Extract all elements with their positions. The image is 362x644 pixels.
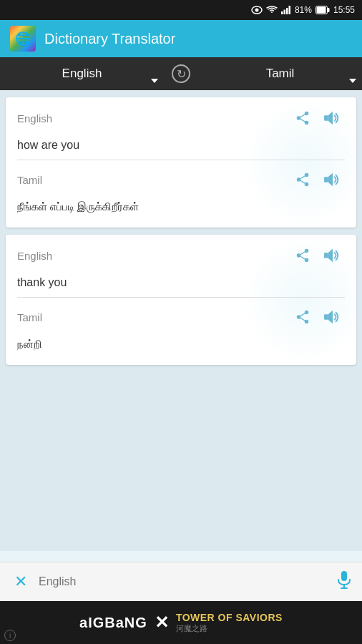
svg-rect-37: [341, 571, 347, 581]
svg-line-34: [299, 317, 307, 321]
speak-source-button-2[interactable]: [321, 243, 345, 268]
share-icon-target-2: [295, 309, 310, 325]
language-bar: English Tamil: [0, 57, 362, 90]
swap-icon: [172, 64, 190, 83]
svg-rect-5: [288, 6, 290, 14]
card-header-target-2: Tamil: [17, 305, 345, 329]
share-target-button-2[interactable]: [290, 305, 315, 329]
share-icon-1: [295, 110, 310, 126]
card-section-target-2: Tamil: [17, 305, 345, 356]
status-bar: 81% 15:55: [0, 0, 362, 20]
svg-rect-14: [324, 115, 328, 120]
speaker-icon-1: [323, 110, 342, 126]
battery-level: 81%: [295, 5, 312, 15]
card-actions-source-2: [290, 243, 345, 268]
speak-target-button-1[interactable]: [321, 167, 345, 192]
microphone-icon: [336, 570, 352, 589]
card-header-source-2: English: [17, 243, 345, 268]
target-language-label: Tamil: [266, 67, 295, 81]
card-target-text-1: நீங்கள் எப்படி இருக்கிறீர்கள்: [17, 196, 345, 219]
card-section-source-2: English: [17, 243, 345, 298]
card-actions-target-2: [290, 305, 345, 329]
svg-rect-4: [286, 8, 288, 14]
share-icon-target-1: [295, 172, 310, 187]
ad-info-icon[interactable]: i: [4, 630, 16, 641]
status-icons: 81% 15:55: [251, 5, 355, 15]
app-title: Dictionary Translator: [44, 31, 175, 47]
swap-languages-button[interactable]: [164, 57, 198, 90]
wifi-icon: [266, 6, 278, 14]
speak-target-button-2[interactable]: [321, 305, 345, 329]
share-target-button-1[interactable]: [290, 167, 315, 192]
card-header-source-1: English: [17, 106, 345, 130]
ad-separator: ✕: [155, 613, 169, 633]
svg-rect-7: [328, 8, 330, 12]
svg-line-19: [299, 175, 307, 180]
card-actions-target-1: [290, 167, 345, 192]
card-section-source-1: English: [17, 106, 345, 160]
microphone-button[interactable]: [336, 570, 352, 593]
svg-point-9: [305, 112, 309, 116]
svg-line-20: [299, 180, 307, 184]
svg-marker-36: [328, 311, 333, 323]
svg-point-16: [305, 173, 309, 177]
svg-point-11: [305, 121, 309, 125]
svg-marker-15: [328, 112, 333, 125]
source-language-label: English: [62, 67, 102, 81]
bottom-input-bar: ✕: [0, 562, 362, 601]
speak-source-button-1[interactable]: [321, 106, 345, 130]
share-source-button-1[interactable]: [290, 106, 315, 130]
svg-line-13: [299, 118, 307, 122]
svg-rect-8: [316, 7, 326, 14]
card-source-lang-label-1: English: [17, 112, 52, 125]
translation-card-1: English: [6, 97, 356, 228]
main-content: English: [0, 90, 362, 551]
translation-card-2: English: [6, 235, 356, 365]
ad-tower-name: TOWER OF SAVIORS: [176, 612, 283, 623]
signal-icon: [281, 6, 291, 14]
card-header-target-1: Tamil: [17, 167, 345, 192]
svg-line-33: [299, 313, 307, 317]
speaker-icon-target-1: [323, 172, 342, 187]
ad-tower-subtext: 河魔之路: [176, 623, 283, 634]
speaker-icon-2: [323, 248, 342, 263]
card-target-lang-label-1: Tamil: [17, 174, 42, 186]
app-logo: 🌐: [10, 26, 36, 52]
svg-rect-28: [324, 253, 328, 258]
time-display: 15:55: [333, 5, 355, 15]
card-actions-source-1: [290, 106, 345, 130]
ad-content: aIGBaNG ✕ TOWER OF SAVIORS 河魔之路: [79, 612, 283, 634]
card-target-text-2: நன்றி: [17, 333, 345, 356]
svg-marker-29: [328, 249, 333, 262]
speaker-icon-target-2: [323, 309, 342, 325]
share-icon-2: [295, 248, 310, 263]
card-target-lang-label-2: Tamil: [17, 311, 42, 323]
card-section-target-1: Tamil: [17, 167, 345, 219]
svg-line-26: [299, 251, 307, 255]
share-source-button-2[interactable]: [290, 243, 315, 268]
ad-banner: aIGBaNG ✕ TOWER OF SAVIORS 河魔之路 i: [0, 601, 362, 644]
svg-rect-21: [324, 177, 328, 182]
svg-rect-3: [283, 10, 285, 15]
target-language-button[interactable]: Tamil: [198, 57, 362, 90]
clear-button[interactable]: ✕: [10, 572, 31, 591]
eye-icon: [251, 6, 263, 14]
svg-line-12: [299, 114, 307, 118]
card-source-text-1: how are you: [17, 135, 345, 160]
svg-marker-22: [328, 173, 333, 186]
svg-line-27: [299, 255, 307, 260]
svg-point-1: [255, 9, 258, 12]
svg-rect-35: [324, 314, 328, 319]
ad-tower-info: TOWER OF SAVIORS 河魔之路: [176, 612, 283, 634]
svg-rect-2: [281, 11, 283, 14]
card-source-lang-label-2: English: [17, 250, 52, 262]
app-header: 🌐 Dictionary Translator: [0, 20, 362, 57]
battery-icon: [315, 6, 330, 14]
ad-brand-name: aIGBaNG: [79, 615, 147, 631]
translation-input[interactable]: [39, 575, 329, 588]
source-language-button[interactable]: English: [0, 57, 164, 90]
card-source-text-2: thank you: [17, 272, 345, 298]
